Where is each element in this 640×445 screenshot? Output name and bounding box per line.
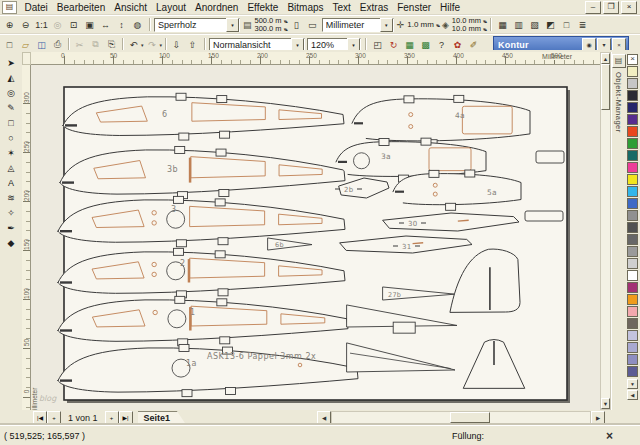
minimize-button[interactable]: – (585, 1, 601, 14)
menu-hilfe[interactable]: Hilfe (436, 2, 465, 13)
menu-datei[interactable]: Datei (20, 2, 52, 13)
page-tab-seite1[interactable]: Seite1 (138, 411, 186, 424)
ellipse-tool[interactable]: ○ (2, 131, 20, 145)
zoom-to-page-height-icon[interactable]: ↕ (114, 18, 129, 32)
nudge-value[interactable]: 1.0 mm (407, 20, 434, 29)
zoom-to-page-width-icon[interactable]: ↔ (98, 18, 113, 32)
menu-bearbeiten[interactable]: Bearbeiten (52, 2, 109, 13)
pick-tool[interactable]: ➤ (2, 56, 20, 70)
paper-size-fields[interactable]: 500.0 m▾▴ 300.0 m▾▴ (255, 17, 287, 33)
dropdown-arrow-icon[interactable]: ▾ (226, 18, 239, 32)
spinner-icon[interactable]: ▾▴ (284, 26, 287, 32)
scroll-left-button[interactable]: ◀ (317, 411, 331, 424)
menu-text[interactable]: Text (328, 2, 355, 13)
spinner-icon[interactable]: ▾▴ (483, 26, 486, 32)
horizontal-scroll-track[interactable] (331, 411, 591, 424)
scroll-down-button[interactable]: ▼ (601, 398, 610, 409)
menu-anordnen[interactable]: Anordnen (191, 2, 243, 13)
nudge-field[interactable]: 1.0 mm ▾▴ (407, 20, 439, 29)
polygon-tool[interactable]: ✶ (2, 146, 20, 160)
duplicate-distance-fields[interactable]: 10.0 mm▾▴ 10.0 mm▾▴ (452, 17, 486, 33)
menu-fenster[interactable]: Fenster (393, 2, 436, 13)
color-swatch[interactable] (627, 294, 638, 305)
paper-height-value[interactable]: 300.0 m (255, 24, 282, 33)
zoom-actual-size[interactable]: 1:1 (34, 18, 49, 32)
menu-extras[interactable]: Extras (355, 2, 392, 13)
color-swatch[interactable] (627, 174, 638, 185)
paper-type-combo[interactable]: Sperrholz ▾ (154, 18, 240, 32)
zoom-tool[interactable]: ◎ (2, 86, 20, 100)
snap-to-guidelines-icon[interactable]: ▥ (511, 18, 526, 32)
color-swatch[interactable] (627, 102, 638, 113)
restore-button[interactable]: ❐ (603, 1, 619, 14)
close-button[interactable]: × (621, 1, 637, 14)
zoom-to-page-icon[interactable]: ▣ (82, 18, 97, 32)
treat-objects-as-filled-icon[interactable]: ◩ (543, 18, 558, 32)
color-swatch[interactable] (627, 330, 638, 341)
fill-tool[interactable]: ◆ (2, 236, 20, 250)
color-swatch[interactable] (627, 270, 638, 281)
scroll-up-button[interactable]: ▲ (601, 53, 610, 64)
dropdown-arrow-icon[interactable]: ▾ (380, 18, 393, 32)
shape-tool[interactable]: ◭ (2, 71, 20, 85)
color-swatch[interactable] (627, 342, 638, 353)
part[interactable] (525, 211, 563, 221)
object-manager-icon[interactable]: ▤ (612, 54, 626, 68)
menu-effekte[interactable]: Effekte (243, 2, 283, 13)
zoom-in-icon[interactable]: ⊕ (2, 18, 17, 32)
palette-scroll-down-button[interactable]: ▼ (627, 379, 638, 389)
horizontal-ruler[interactable]: Millimeter 05010015020025030035040045050… (31, 52, 600, 65)
snap-to-objects-icon[interactable]: ▧ (527, 18, 542, 32)
no-color-swatch[interactable]: × (627, 54, 638, 65)
document-window-icon[interactable]: ▤ (2, 1, 17, 14)
first-page-button[interactable]: |◀ (33, 411, 47, 424)
color-swatch[interactable] (627, 222, 638, 233)
color-swatch[interactable] (627, 354, 638, 365)
add-page-before-button[interactable]: + (47, 411, 61, 424)
last-page-button[interactable]: ▶| (119, 411, 133, 424)
horizontal-scrollbar[interactable]: ◀ ▶ (317, 411, 605, 424)
color-swatch[interactable] (627, 234, 638, 245)
object-manager-tab[interactable]: Objekt-Manager (614, 72, 623, 133)
color-swatch[interactable] (627, 126, 638, 137)
color-swatch[interactable] (627, 90, 638, 101)
color-swatch[interactable] (627, 162, 638, 173)
marquee-select-icon[interactable]: □ (559, 18, 574, 32)
landscape-button[interactable]: ▭ (305, 18, 320, 32)
menu-bitmaps[interactable]: Bitmaps (283, 2, 328, 13)
menu-layout[interactable]: Layout (152, 2, 191, 13)
eyedropper-tool[interactable]: ✧ (2, 206, 20, 220)
color-swatch[interactable] (627, 210, 638, 221)
vertical-ruler[interactable]: 300250200150100500 (22, 65, 31, 410)
color-swatch[interactable] (627, 198, 638, 209)
horizontal-scroll-thumb[interactable] (450, 412, 490, 423)
undo-icon-dropdown[interactable]: ▾ (141, 42, 144, 48)
zoom-to-all-objects-icon[interactable]: ⊡ (66, 18, 81, 32)
rectangle-tool[interactable]: □ (2, 116, 20, 130)
color-swatch[interactable] (627, 138, 638, 149)
vertical-scrollbar[interactable]: ▲ ▼ (600, 52, 611, 410)
spinner-icon[interactable]: ▾▴ (436, 22, 439, 28)
portrait-button[interactable]: ▯ (289, 18, 304, 32)
duplicate-y-value[interactable]: 10.0 mm (452, 24, 481, 33)
spinner-icon[interactable]: ▾▴ (284, 18, 287, 24)
color-swatch[interactable] (627, 150, 638, 161)
web-navigator-icon[interactable]: ◍ (130, 18, 145, 32)
outline-tool[interactable]: ✒ (2, 221, 20, 235)
color-swatch[interactable] (627, 318, 638, 329)
vertical-scroll-thumb[interactable] (601, 64, 610, 110)
color-swatch[interactable] (627, 366, 638, 377)
color-swatch[interactable] (627, 306, 638, 317)
ruler-corner[interactable] (22, 52, 31, 65)
spinner-icon[interactable]: ▾▴ (483, 18, 486, 24)
part[interactable] (536, 151, 564, 163)
zoom-out-icon[interactable]: ⊖ (18, 18, 33, 32)
units-combo[interactable]: Millimeter ▾ (322, 18, 394, 32)
menu-ansicht[interactable]: Ansicht (110, 2, 152, 13)
color-swatch[interactable] (627, 258, 638, 269)
drawing-canvas[interactable]: blog63b3211a4a3a5a2b30316b27bASK13-6 Pap… (31, 65, 600, 410)
color-swatch[interactable] (627, 282, 638, 293)
color-swatch[interactable] (627, 114, 638, 125)
options-icon[interactable]: ≣ (575, 18, 590, 32)
basic-shapes-tool[interactable]: ◬ (2, 161, 20, 175)
